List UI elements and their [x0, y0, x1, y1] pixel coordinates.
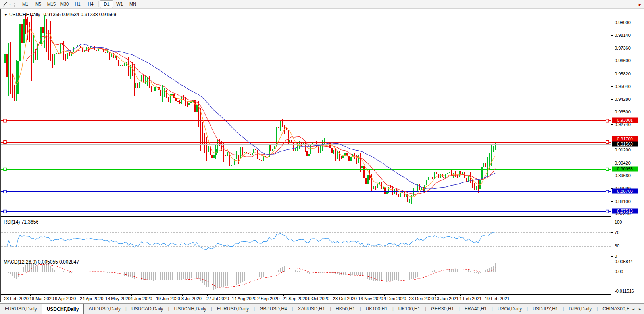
date-tick: 9 Oct 2020 [308, 296, 329, 301]
timeframe-button-m15[interactable]: M15 [45, 0, 58, 8]
rsi-label: RSI(14) 71.3656 [4, 219, 38, 225]
timeframe-button-h1[interactable]: H1 [71, 0, 84, 8]
chart-tab-uk100-h1[interactable]: UK100,H1 [394, 304, 425, 314]
chart-tab-dj30-daily[interactable]: DJ30,Daily [564, 304, 596, 314]
macd-tick: 0.00 [615, 269, 623, 274]
date-tick: 19 Jun 2020 [156, 296, 180, 301]
price-tick: 0.89660 [615, 173, 631, 178]
toolbar-separator [98, 1, 99, 7]
timeframe-button-d1[interactable]: D1 [100, 0, 113, 8]
chart-tab-audusd-daily[interactable]: AUDUSD,Daily [84, 304, 125, 314]
chart-tab-gbpusd-h4[interactable]: GBPUSD,H4 [255, 304, 292, 314]
date-tick: 19 Feb 2021 [485, 296, 509, 301]
date-tick: 4 Dec 2020 [384, 296, 406, 301]
rsi-tick: 0 [615, 254, 617, 258]
chart-tab-usdjpy-h1[interactable]: USDJPY,H1 [528, 304, 563, 314]
macd-tick: -0.011516 [615, 289, 634, 293]
chart-tab-usdchf-daily[interactable]: USDCHF,Daily [42, 304, 84, 314]
timeframe-button-m1[interactable]: M1 [19, 0, 32, 8]
chart-tab-eurusd-daily[interactable]: EURUSD,Daily [0, 304, 42, 314]
chart-tab-usoil-daily[interactable]: USOil,Daily [493, 304, 527, 314]
price-level-badge: 0.93001 [612, 118, 638, 123]
toolbar-grip[interactable] [14, 2, 15, 7]
tabs-scroll-right-icon[interactable]: ▸ [639, 307, 641, 311]
macd-canvas[interactable] [1, 258, 611, 294]
macd-panel: MACD(12,26,9) 0.005055 0.002847 [1, 258, 611, 295]
line-handle[interactable] [606, 119, 609, 122]
ma-mid-line [26, 36, 495, 194]
price-tick: 0.93500 [615, 109, 631, 114]
date-tick: 1 Jun 2020 [131, 296, 152, 301]
timeframe-toolbar: ▾ M1M5M15M30H1H4D1W1MN ▶ [0, 0, 644, 9]
chart-tab-ger30-h1[interactable]: GER30,H1 [426, 304, 459, 314]
price-tick: 0.90420 [615, 161, 631, 165]
price-chart-canvas[interactable] [1, 10, 611, 216]
macd-label: MACD(12,26,9) 0.005055 0.002847 [4, 259, 79, 265]
tool-dropdown-caret[interactable]: ▾ [9, 2, 11, 6]
date-axis: 28 Feb 202018 Mar 20206 Apr 202024 Apr 2… [1, 295, 611, 302]
line-handle[interactable] [4, 168, 6, 171]
tab-scroll-arrows: ◂ ▸ [629, 304, 644, 314]
date-tick: 6 Apr 2020 [55, 296, 76, 301]
chart-title: ▼USDCHF,Daily0.91365 0.91634 0.91238 0.9… [4, 12, 116, 17]
line-handle[interactable] [606, 190, 609, 193]
rsi-tick: 70 [615, 230, 619, 235]
chart-tab-uk100-h1[interactable]: UK100,H1 [361, 304, 392, 314]
timeframe-button-m30[interactable]: M30 [58, 0, 71, 8]
rsi-tick: 30 [615, 243, 619, 248]
chart-tab-hk50-h1[interactable]: HK50,H1 [331, 304, 360, 314]
crosshair-tool-icon[interactable] [2, 1, 9, 8]
line-handle[interactable] [4, 141, 6, 144]
line-handle[interactable] [4, 190, 6, 193]
chart-tab-fra40-h1[interactable]: FRA40,H1 [460, 304, 492, 314]
timeframe-buttons: M1M5M15M30H1H4D1W1MN [19, 0, 139, 8]
date-tick: 14 Aug 2020 [232, 296, 256, 301]
chart-tab-xauusd-h1[interactable]: XAUUSD,H1 [293, 304, 330, 314]
line-handle[interactable] [606, 210, 609, 213]
chart-tabs-bar: EURUSD,DailyUSDCHF,DailyAUDUSD,Daily|USD… [0, 303, 644, 314]
price-tick: 0.96600 [615, 58, 631, 63]
price-tick: 0.95820 [615, 71, 631, 76]
chart-tabs: EURUSD,DailyUSDCHF,DailyAUDUSD,Daily|USD… [0, 304, 644, 314]
line-handle[interactable] [606, 141, 609, 144]
timeframe-button-m5[interactable]: M5 [32, 0, 45, 8]
date-tick: 24 Apr 2020 [80, 296, 103, 301]
trading-terminal: ▾ M1M5M15M30H1H4D1W1MN ▶ ▼USDCHF,Daily0.… [0, 0, 644, 314]
tabs-scroll-left-icon[interactable]: ◂ [632, 307, 634, 311]
date-tick: 13 Jan 2021 [434, 296, 459, 301]
date-tick: 28 Oct 2020 [333, 296, 357, 301]
chart-tab-eurusd-daily[interactable]: EURUSD,Daily [212, 304, 254, 314]
rsi-line [7, 232, 495, 250]
timeframe-button-h4[interactable]: H4 [84, 0, 97, 8]
price-axis: 0.989000.981400.973600.966000.958200.950… [611, 10, 644, 302]
date-tick: 28 Feb 2020 [4, 296, 29, 301]
chart-symbol-period: USDCHF,Daily [9, 12, 40, 17]
price-level-badge: 0.87513 [612, 209, 638, 214]
bid-price-badge: 0.91569 [612, 142, 638, 147]
date-tick: 8 Jul 2020 [181, 296, 202, 301]
date-tick: 27 Jul 2020 [206, 296, 229, 301]
price-tick: 0.91200 [615, 147, 631, 152]
date-tick: 2 Sep 2020 [257, 296, 279, 301]
date-tick: 13 May 2020 [105, 296, 131, 301]
chart-tab-usdcnh-daily[interactable]: USDCNH,Daily [169, 304, 211, 314]
price-tick: 0.94280 [615, 97, 631, 101]
date-tick: 21 Sep 2020 [283, 296, 307, 301]
rsi-tick: 100 [615, 220, 622, 224]
collapse-caret-icon[interactable]: ▼ [4, 13, 8, 17]
line-handle[interactable] [606, 168, 609, 171]
macd-signal-line [18, 264, 495, 288]
rsi-canvas[interactable] [1, 218, 611, 257]
price-tick: 0.97360 [615, 46, 631, 50]
timeframe-button-w1[interactable]: W1 [113, 0, 126, 8]
toolbar-overflow-icon[interactable]: ▶ [639, 3, 641, 6]
line-handle[interactable] [4, 119, 6, 122]
line-handle[interactable] [4, 210, 6, 213]
rsi-panel: RSI(14) 71.3656 [1, 218, 611, 257]
price-level-badge: 0.90055 [612, 167, 638, 172]
price-tick: 0.95040 [615, 84, 631, 89]
chart-tab-usdcad-daily[interactable]: USDCAD,Daily [127, 304, 168, 314]
price-level-badge: 0.88703 [612, 189, 638, 194]
timeframe-button-mn[interactable]: MN [126, 0, 139, 8]
macd-tick: 0.005844 [615, 259, 633, 264]
